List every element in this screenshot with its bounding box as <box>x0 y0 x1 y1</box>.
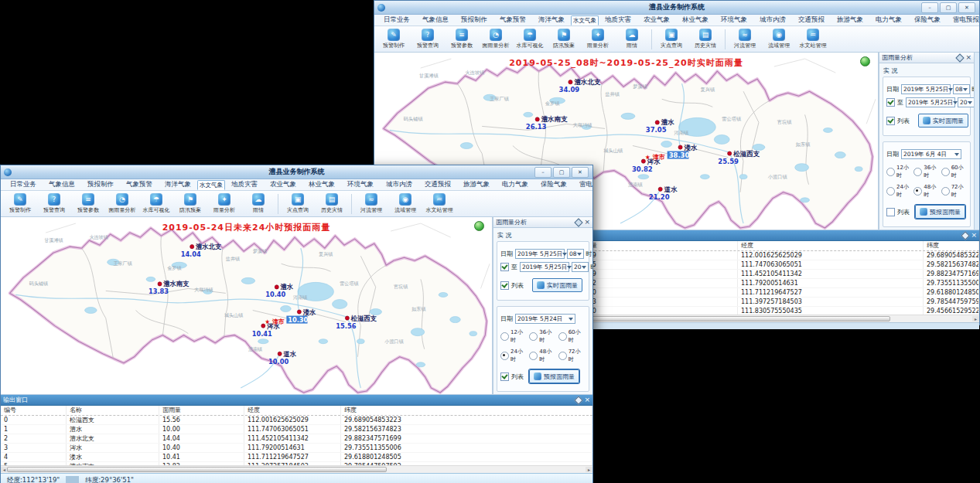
radio-circle[interactable] <box>558 352 567 360</box>
menu-tab-item[interactable]: 气象信息 <box>416 15 455 26</box>
toolbar-button[interactable]: ☁雨情 <box>615 29 649 49</box>
toolbar-button[interactable]: ▣灾点查询 <box>654 29 688 49</box>
forecast-rain-button[interactable]: 预报面雨量 <box>529 369 579 383</box>
close-icon[interactable]: × <box>971 232 977 239</box>
radio-72小时[interactable]: 72小时 <box>941 183 967 199</box>
pin-icon[interactable] <box>575 396 583 404</box>
menu-tab-item[interactable]: 地质灾害 <box>225 179 264 190</box>
toolbar-button[interactable]: ◔面雨量分析 <box>479 29 513 49</box>
table-row[interactable]: 1澧水10.00111.74706306505129.582156374823 <box>1 425 592 434</box>
from-hour-select[interactable]: 08 <box>567 249 584 259</box>
toolbar-button[interactable]: ♒水文站管理 <box>796 29 830 49</box>
toolbar-button[interactable]: ♒水文站管理 <box>422 193 456 214</box>
radio-72小时[interactable]: 72小时 <box>558 348 586 363</box>
toolbar-button[interactable]: ☂水库可视化 <box>139 193 173 214</box>
radio-circle[interactable] <box>558 332 567 341</box>
menu-tab-item[interactable]: 日常业务 <box>4 179 43 190</box>
menu-tab-item[interactable]: 电力气象 <box>496 179 534 190</box>
table-row[interactable]: 4溇水10.41111.71121964752729.618801248505 <box>1 453 592 462</box>
radio-24小时[interactable]: 24小时 <box>500 348 528 363</box>
toolbar-button[interactable]: ✎预警制作 <box>377 29 411 49</box>
toolbar-button[interactable]: ◉流域管理 <box>388 193 422 214</box>
radio-36小时[interactable]: 36小时 <box>529 328 556 344</box>
menu-tab-item[interactable]: 雷电预报 <box>947 15 979 26</box>
toolbar-button[interactable]: ▣灾点查询 <box>281 193 315 214</box>
radio-48小时[interactable]: 48小时 <box>913 183 939 199</box>
map-refresh-button[interactable] <box>474 221 484 231</box>
realtime-rain-button[interactable]: 实时面雨量 <box>532 278 582 292</box>
from-date-select[interactable]: 2019年 5月25日 <box>901 84 951 94</box>
menu-tab-item[interactable]: 环境气象 <box>715 15 753 26</box>
toolbar-button[interactable]: ✎预警制作 <box>3 193 37 214</box>
radio-12小时[interactable]: 12小时 <box>500 328 528 344</box>
radio-60小时[interactable]: 60小时 <box>941 164 967 179</box>
toolbar-button[interactable]: ✦雨量分析 <box>207 193 241 214</box>
toolbar-button[interactable]: ≡预警参数 <box>445 29 479 49</box>
horizontal-scrollbar[interactable]: ◂▸ <box>1 465 592 473</box>
realtime-rain-button[interactable]: 实时面雨量 <box>918 114 968 128</box>
close-icon[interactable]: × <box>584 219 590 226</box>
radio-circle[interactable] <box>529 352 538 360</box>
from-date-select[interactable]: 2019年 5月25日 <box>515 249 565 259</box>
close-button[interactable]: ✕ <box>958 2 975 13</box>
menu-tab-item[interactable]: 预报制作 <box>81 179 120 190</box>
radio-circle[interactable] <box>913 187 922 196</box>
list-checkbox[interactable] <box>500 281 509 290</box>
menu-tab-item[interactable]: 林业气象 <box>302 179 341 190</box>
toolbar-button[interactable]: ≈河流管理 <box>728 29 762 49</box>
maximize-button[interactable]: ▢ <box>940 2 957 13</box>
menu-tab-item[interactable]: 地质灾害 <box>599 15 637 26</box>
list-checkbox[interactable] <box>886 208 895 216</box>
map-area[interactable]: 甘溪滩镇码头铺镇火连坡镇王家厂镇金罗镇大堰垱镇盐井镇梦溪镇复兴镇涔南镇官垸镇如东… <box>1 217 493 394</box>
close-icon[interactable]: × <box>965 54 971 61</box>
maximize-button[interactable]: ▢ <box>553 167 570 178</box>
scroll-right-arrow[interactable]: ▸ <box>972 316 979 321</box>
menu-tab-selected[interactable]: 水文气象 <box>197 180 225 190</box>
radio-circle[interactable] <box>941 187 950 196</box>
toolbar-button[interactable]: ⚑防汛预案 <box>547 29 581 49</box>
station-value-selected[interactable]: 38.30 <box>668 151 690 159</box>
menu-tab-item[interactable]: 雷电预报 <box>573 179 592 190</box>
list-checkbox[interactable] <box>500 372 509 381</box>
radio-circle[interactable] <box>500 332 509 341</box>
forecast-date-select[interactable]: 2019年 6月 4日 <box>901 149 961 159</box>
to-date-select[interactable]: 2019年 5月25日 <box>906 97 955 107</box>
menu-tab-item[interactable]: 保险气象 <box>534 179 573 190</box>
scrollbar-thumb[interactable] <box>7 467 388 472</box>
toolbar-button[interactable]: ◔面雨量分析 <box>105 193 139 214</box>
menu-tab-item[interactable]: 预报制作 <box>455 15 493 26</box>
close-icon[interactable]: × <box>584 396 590 403</box>
radio-24小时[interactable]: 24小时 <box>886 183 912 199</box>
table-row[interactable]: 0松滋西支15.56112.00162562502929.68905485322… <box>1 416 592 425</box>
forecast-date-select[interactable]: 2019年 5月24日 <box>515 314 575 324</box>
menu-tab-item[interactable]: 城市内涝 <box>753 15 792 26</box>
radio-circle[interactable] <box>529 332 538 341</box>
to-hour-select[interactable]: 20 <box>958 97 974 107</box>
menu-tab-item[interactable]: 环境气象 <box>341 179 380 190</box>
menu-tab-item[interactable]: 农业气象 <box>264 179 302 190</box>
toolbar-button[interactable]: ◉流域管理 <box>762 29 796 49</box>
toolbar-button[interactable]: ⚑防汛预案 <box>173 193 207 214</box>
radio-12小时[interactable]: 12小时 <box>886 164 912 179</box>
list-checkbox[interactable] <box>886 117 895 125</box>
menu-tab-item[interactable]: 旅游气象 <box>831 15 869 26</box>
toolbar-button[interactable]: ?预警查询 <box>411 29 445 49</box>
to-hour-select[interactable]: 20 <box>572 262 589 272</box>
station-value-selected[interactable]: 10.30 <box>286 315 308 323</box>
county-map[interactable]: 甘溪滩镇码头铺镇火连坡镇王家厂镇金罗镇大堰垱镇盐井镇梦溪镇复兴镇涔南镇官垸镇如东… <box>1 217 492 394</box>
menu-tab-item[interactable]: 保险气象 <box>908 15 947 26</box>
menu-tab-item[interactable]: 交通预报 <box>792 15 831 26</box>
pin-icon[interactable] <box>961 231 970 240</box>
to-checkbox[interactable] <box>886 98 895 107</box>
radio-36小时[interactable]: 36小时 <box>913 164 939 179</box>
toolbar-button[interactable]: ≡预警参数 <box>71 193 105 214</box>
radio-60小时[interactable]: 60小时 <box>558 328 586 344</box>
menu-tab-item[interactable]: 气象预警 <box>120 179 159 190</box>
menu-tab-item[interactable]: 气象信息 <box>43 179 81 190</box>
toolbar-button[interactable]: ☂水库可视化 <box>513 29 547 49</box>
radio-circle[interactable] <box>941 168 950 176</box>
toolbar-button[interactable]: ☁雨情 <box>241 193 275 214</box>
menu-tab-item[interactable]: 林业气象 <box>676 15 715 26</box>
map-refresh-button[interactable] <box>860 56 870 66</box>
from-hour-select[interactable]: 08 <box>953 84 970 94</box>
